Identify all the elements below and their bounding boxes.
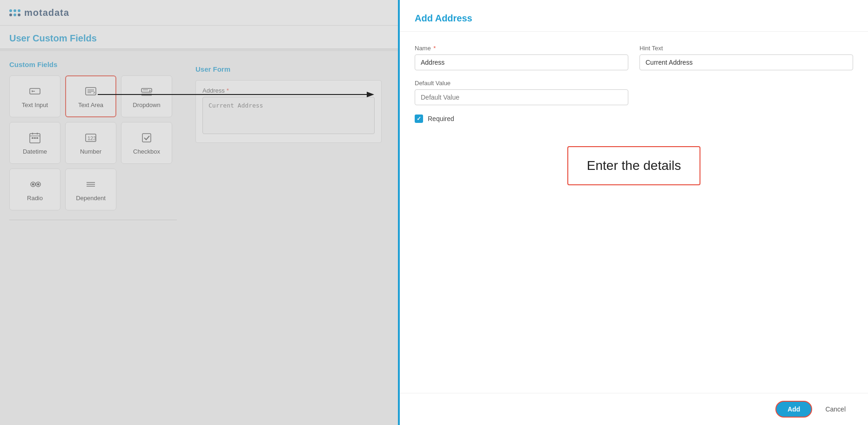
- hint-text-input[interactable]: [639, 54, 853, 70]
- default-value-group: Default Value: [415, 80, 628, 105]
- add-button[interactable]: Add: [775, 401, 812, 418]
- name-group: Name *: [415, 45, 628, 70]
- hint-text-label: Hint Text: [639, 45, 853, 52]
- name-hint-row: Name * Hint Text: [415, 45, 853, 70]
- enter-details-container: Enter the details: [415, 137, 853, 195]
- arrow: [98, 88, 377, 101]
- modal-footer: Add Cancel: [400, 393, 868, 425]
- name-label: Name *: [415, 45, 628, 52]
- cancel-button[interactable]: Cancel: [818, 401, 853, 418]
- default-value-row: Default Value: [415, 80, 853, 105]
- default-value-input[interactable]: [415, 89, 628, 105]
- required-checkbox[interactable]: [415, 115, 423, 123]
- required-label: Required: [428, 115, 454, 122]
- overlay-backdrop: [0, 0, 400, 425]
- modal-header: Add Address: [400, 0, 868, 32]
- hint-text-group: Hint Text: [639, 45, 853, 70]
- default-value-label: Default Value: [415, 80, 628, 87]
- enter-details-box: Enter the details: [567, 146, 700, 185]
- name-input[interactable]: [415, 54, 628, 70]
- enter-details-text: Enter the details: [587, 158, 681, 173]
- modal-panel: Add Address Name * Hint Text Default Val…: [398, 0, 868, 425]
- required-row: Required: [415, 115, 853, 123]
- modal-body: Name * Hint Text Default Value Required: [400, 32, 868, 393]
- modal-title: Add Address: [415, 13, 853, 24]
